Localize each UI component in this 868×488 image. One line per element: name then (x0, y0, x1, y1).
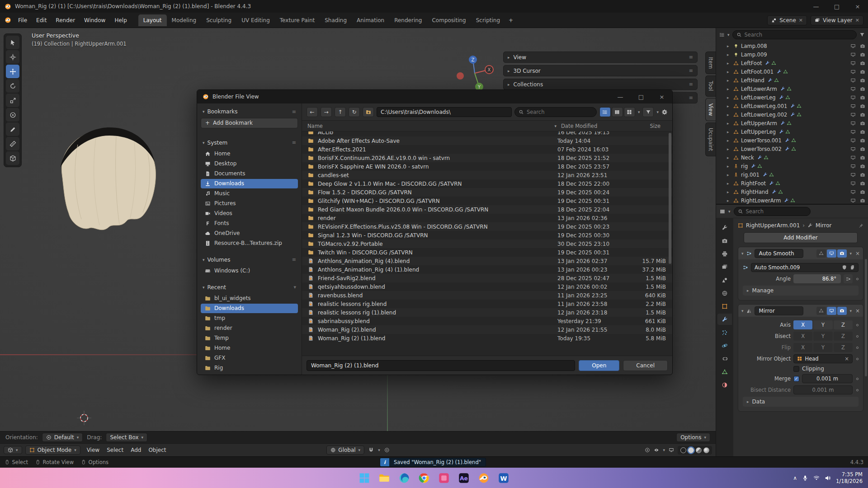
realtime-toggle[interactable] (827, 249, 836, 258)
maximize-button[interactable]: □ (631, 90, 651, 103)
file-row[interactable]: Red Giant Maxon Bundle 2026.0.0 Win - DI… (302, 205, 672, 214)
file-row[interactable]: Signal 1.2.3 Win - DISCORD.GG /SATVRN 19… (302, 231, 672, 239)
expand-arrow-icon[interactable]: ▸ (727, 95, 731, 100)
new-folder-button[interactable] (363, 107, 374, 117)
viewport-menu-item[interactable]: Object (145, 446, 169, 455)
volumes-section-header[interactable]: ▾ Volumes ≡ (201, 255, 298, 264)
cancel-button[interactable]: Cancel (623, 360, 668, 371)
file-row[interactable]: realistic lessons rig (1).blend 12 Jan 2… (302, 308, 672, 317)
properties-tab[interactable] (717, 327, 732, 338)
path-input[interactable] (381, 109, 508, 115)
chevron-down-icon[interactable]: ▾ (741, 309, 744, 313)
file-row[interactable]: Woman_Rig (2).blend 12 Jan 2026 21:55 8.… (302, 325, 672, 334)
taskbar-app-icon[interactable] (496, 471, 511, 485)
outliner-item[interactable]: ▸ rig (716, 162, 868, 170)
axis-y-button[interactable]: Y (813, 320, 832, 329)
object-name[interactable]: rig.001 (741, 172, 760, 178)
n-panel-section[interactable]: ▸ 3D Cursor ≡ (503, 65, 698, 76)
properties-tab[interactable] (717, 287, 732, 299)
column-date-modified[interactable]: Date Modified (561, 123, 638, 129)
outliner-item[interactable]: ▸ Lamp.008 (716, 42, 868, 50)
chevron-down-icon[interactable]: ▾ (741, 251, 744, 256)
system-list-item[interactable]: Documents (201, 169, 298, 178)
disable-in-renders-icon[interactable] (860, 52, 865, 57)
thumbnail-view-button[interactable] (624, 107, 635, 117)
disable-in-renders-icon[interactable] (860, 138, 865, 143)
workspace-tab[interactable]: Sculpting (201, 14, 236, 26)
sort-descending-icon[interactable]: ▾ (554, 124, 561, 128)
display-options-chevron[interactable]: ▾ (638, 110, 640, 114)
object-name[interactable]: Neck (741, 155, 754, 161)
volume-list-item[interactable]: Windows (C:) (201, 266, 298, 276)
outliner-item[interactable]: ▸ Neck (716, 153, 868, 162)
back-button[interactable]: ← (307, 107, 318, 117)
render-toggle[interactable] (837, 307, 847, 315)
file-row[interactable]: ACLib 16 Dec 2025 19:13 (302, 131, 672, 136)
blender-app-menu-icon[interactable] (5, 17, 11, 23)
tool-button[interactable] (6, 50, 19, 64)
add-bookmark-button[interactable]: + Add Bookmark (201, 118, 298, 128)
scene-unlink-icon[interactable]: × (799, 17, 803, 23)
expand-arrow-icon[interactable]: ▸ (727, 70, 731, 74)
taskbar-app-icon[interactable] (476, 471, 491, 485)
object-name[interactable]: LeftHand (741, 77, 764, 84)
file-row[interactable]: qetsiyahbussdown.blend 12 Jan 2026 00:02… (302, 282, 672, 291)
hide-in-viewport-icon[interactable] (850, 121, 856, 126)
overlays-icon[interactable] (654, 447, 659, 453)
file-search-input[interactable] (527, 109, 593, 115)
animate-property-dot[interactable] (856, 347, 859, 349)
expand-arrow-icon[interactable]: ▸ (727, 113, 731, 117)
merge-distance-field[interactable]: 0.001 m (802, 374, 853, 383)
workspace-tab[interactable]: Rendering (389, 14, 427, 26)
file-row[interactable]: Anthlons_Animation_Rig (4).blend 13 Jan … (302, 257, 672, 265)
close-button[interactable]: × (847, 0, 868, 13)
hide-in-viewport-icon[interactable] (850, 95, 856, 100)
disable-in-renders-icon[interactable] (860, 146, 865, 152)
outliner-item[interactable]: ▸ LeftUpperLeg (716, 127, 868, 136)
copy-icon[interactable] (850, 265, 855, 270)
outliner-item[interactable]: ▸ LeftFoot.001 (716, 67, 868, 76)
n-panel-section[interactable]: ▸ View ≡ (503, 52, 698, 63)
chevron-down-icon[interactable]: ▾ (727, 33, 730, 37)
chevron-down-icon[interactable]: ▾ (378, 448, 380, 452)
gizmo-x-label[interactable]: X (488, 67, 491, 72)
transform-orientation-dropdown[interactable]: Global ▾ (326, 446, 364, 455)
vertical-list-view-button[interactable] (599, 107, 611, 117)
object-name[interactable]: Lamp.008 (741, 43, 767, 49)
disable-in-renders-icon[interactable] (860, 103, 865, 109)
workspace-tab[interactable]: Texture Paint (275, 14, 320, 26)
edit-mode-toggle[interactable] (816, 307, 826, 315)
modifier-extras-icon[interactable]: ▾ (849, 251, 852, 256)
3d-model-hair[interactable] (42, 117, 173, 239)
disable-in-renders-icon[interactable] (860, 129, 865, 135)
expand-arrow-icon[interactable]: ▸ (727, 61, 731, 66)
data-subpanel[interactable]: ▸ Data (743, 397, 859, 407)
object-name[interactable]: RightLowerArm (741, 197, 781, 204)
expand-arrow-icon[interactable]: ▸ (727, 78, 731, 83)
recent-list-item[interactable]: bl_ui_widgets (201, 294, 298, 303)
system-list-item[interactable]: Desktop (201, 159, 298, 169)
horizontal-list-view-button[interactable] (612, 107, 623, 117)
file-row[interactable]: TGMacro.v2.92.Portable 30 Dec 2025 23:10 (302, 239, 672, 248)
properties-search[interactable] (734, 207, 811, 216)
view-layer-selector[interactable]: View Layer × (811, 15, 863, 25)
animate-property-dot[interactable] (856, 378, 859, 380)
wireframe-shading-button[interactable] (680, 447, 686, 453)
properties-tab[interactable] (717, 366, 732, 377)
expand-arrow-icon[interactable]: ▸ (727, 164, 731, 169)
settings-gear-icon[interactable] (661, 109, 668, 115)
hide-in-viewport-icon[interactable] (850, 146, 856, 152)
orientation-dropdown[interactable]: Default ▾ (42, 433, 83, 442)
hide-in-viewport-icon[interactable] (850, 129, 856, 135)
taskbar-app-icon[interactable] (377, 471, 392, 485)
chevron-down-icon[interactable]: ▾ (663, 448, 665, 452)
pin-icon[interactable] (859, 223, 863, 228)
outliner-editor-icon[interactable] (719, 32, 725, 38)
system-list-item[interactable]: Videos (201, 209, 298, 218)
manage-subpanel[interactable]: ▸ Manage (743, 286, 859, 296)
n-panel-tab[interactable]: View (705, 98, 716, 121)
input-attribute-toggle[interactable] (844, 274, 853, 283)
properties-tab[interactable] (717, 314, 732, 325)
file-row[interactable]: Glitchify (WIN+MAC) - DISCORD.GG /SATVRN… (302, 197, 672, 205)
hide-in-viewport-icon[interactable] (850, 198, 856, 203)
